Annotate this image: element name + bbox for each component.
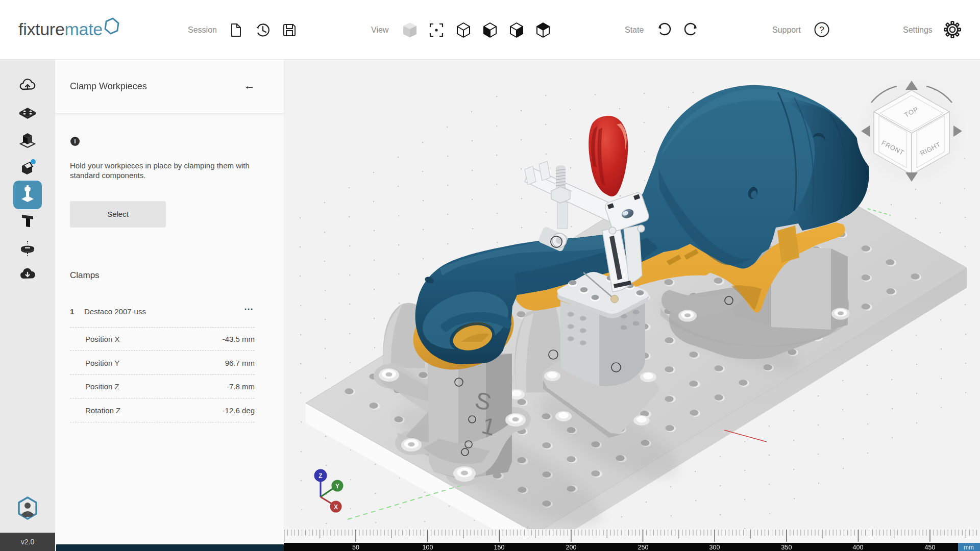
svg-text:100: 100 xyxy=(423,544,433,551)
svg-text:200: 200 xyxy=(566,544,577,551)
svg-text:350: 350 xyxy=(781,544,792,551)
svg-text:?: ? xyxy=(819,25,824,35)
svg-text:50: 50 xyxy=(352,544,359,551)
svg-text:450: 450 xyxy=(925,544,936,551)
svg-text:Z: Z xyxy=(318,472,322,480)
svg-text:300: 300 xyxy=(709,544,720,551)
svg-text:150: 150 xyxy=(494,544,505,551)
svg-text:X: X xyxy=(334,504,338,511)
svg-text:Y: Y xyxy=(335,483,339,490)
svg-text:250: 250 xyxy=(638,544,649,551)
svg-text:mm: mm xyxy=(964,544,974,551)
svg-text:400: 400 xyxy=(853,544,864,551)
